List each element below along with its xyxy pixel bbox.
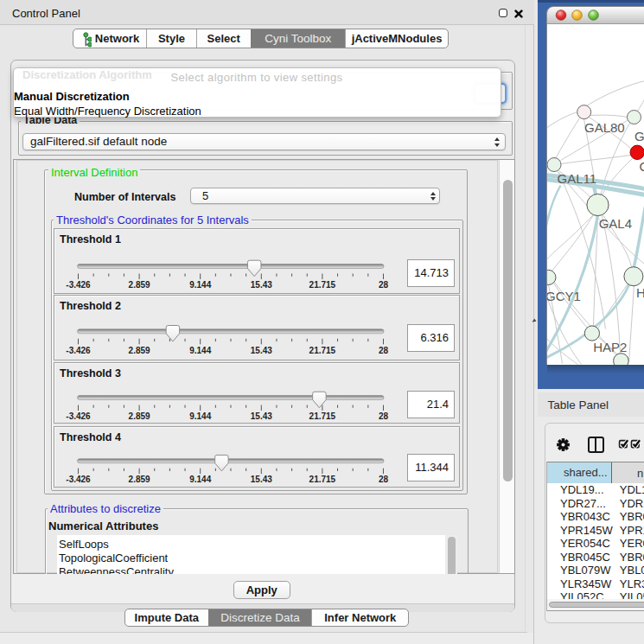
- svg-text:G.: G.: [634, 128, 644, 143]
- svg-text:GAL11: GAL11: [557, 171, 596, 186]
- svg-text:G: G: [639, 158, 644, 173]
- svg-text:GCY1: GCY1: [547, 288, 581, 303]
- svg-text:HAP2: HAP2: [593, 339, 627, 354]
- svg-text:GAL4: GAL4: [598, 216, 631, 231]
- svg-text:GAL80: GAL80: [584, 119, 625, 134]
- svg-text:H: H: [636, 285, 644, 300]
